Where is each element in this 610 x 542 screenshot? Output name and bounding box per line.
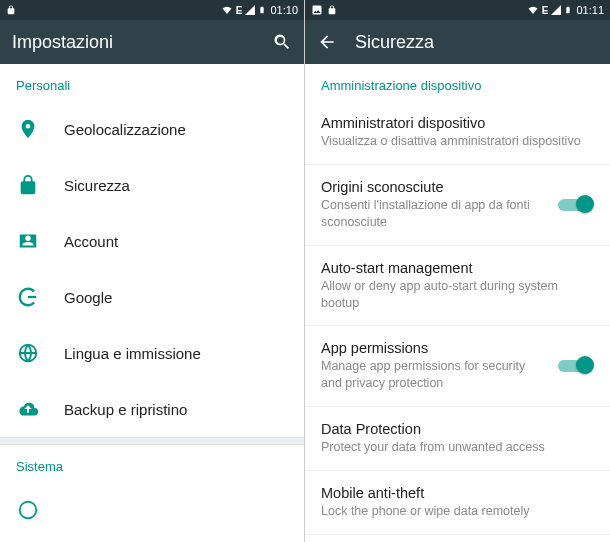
- security-list: Amministrazione dispositivo Amministrato…: [305, 64, 610, 542]
- status-bar: E 01:11: [305, 0, 610, 20]
- section-credential-storage: Archivio credenziali: [305, 535, 610, 542]
- settings-item-placeholder[interactable]: [0, 482, 304, 538]
- account-icon: [16, 229, 40, 253]
- search-icon[interactable]: [272, 32, 292, 52]
- security-item-data-protection[interactable]: Data Protection Protect your data from u…: [305, 407, 610, 471]
- network-type: E: [236, 5, 243, 16]
- location-icon: [16, 117, 40, 141]
- app-bar: Sicurezza: [305, 20, 610, 64]
- toggle-unknown-sources[interactable]: [558, 195, 594, 215]
- settings-screen: E 01:10 Impostazioni Personali: [0, 0, 305, 542]
- settings-item-label: Backup e ripristino: [64, 401, 187, 418]
- security-item-app-permissions[interactable]: App permissions Manage app permissions f…: [305, 326, 610, 407]
- battery-icon: [564, 4, 572, 16]
- settings-item-label: Lingua e immissione: [64, 345, 201, 362]
- item-desc: Protect your data from unwanted access: [321, 439, 594, 456]
- security-screen: E 01:11 Sicurezza Amministrazione dispos…: [305, 0, 610, 542]
- wifi-icon: [526, 4, 540, 16]
- settings-item-location[interactable]: Geolocalizzazione: [0, 101, 304, 157]
- lock-icon: [327, 4, 337, 16]
- item-title: Data Protection: [321, 421, 594, 437]
- back-icon[interactable]: [317, 32, 337, 52]
- item-desc: Lock the phone or wipe data remotely: [321, 503, 594, 520]
- svg-point-1: [20, 502, 37, 519]
- battery-icon: [258, 4, 266, 16]
- clock: 01:10: [270, 4, 298, 16]
- settings-item-label: Google: [64, 289, 112, 306]
- signal-icon: [550, 4, 562, 16]
- clock-icon: [16, 498, 40, 522]
- backup-icon: [16, 397, 40, 421]
- page-title: Impostazioni: [12, 32, 254, 53]
- wifi-icon: [220, 4, 234, 16]
- section-device-admin: Amministrazione dispositivo: [305, 64, 610, 101]
- status-bar: E 01:10: [0, 0, 304, 20]
- settings-item-account[interactable]: Account: [0, 213, 304, 269]
- signal-icon: [244, 4, 256, 16]
- network-type: E: [542, 5, 549, 16]
- settings-item-label: Sicurezza: [64, 177, 130, 194]
- settings-list: Personali Geolocalizzazione Sicurezza Ac…: [0, 64, 304, 542]
- item-title: Amministratori dispositivo: [321, 115, 594, 131]
- item-desc: Manage app permissions for security and …: [321, 358, 546, 392]
- security-item-device-admins[interactable]: Amministratori dispositivo Visualizza o …: [305, 101, 610, 165]
- page-title: Sicurezza: [355, 32, 598, 53]
- item-desc: Consenti l'installazione di app da fonti…: [321, 197, 546, 231]
- item-desc: Allow or deny app auto-start during syst…: [321, 278, 594, 312]
- section-divider: [0, 437, 304, 445]
- settings-item-label: Account: [64, 233, 118, 250]
- item-title: Origini sconosciute: [321, 179, 546, 195]
- clock: 01:11: [576, 4, 604, 16]
- security-item-autostart[interactable]: Auto-start management Allow or deny app …: [305, 246, 610, 327]
- image-icon: [311, 4, 323, 16]
- lock-icon: [16, 173, 40, 197]
- security-item-unknown-sources[interactable]: Origini sconosciute Consenti l'installaz…: [305, 165, 610, 246]
- settings-item-language[interactable]: Lingua e immissione: [0, 325, 304, 381]
- security-item-anti-theft[interactable]: Mobile anti-theft Lock the phone or wipe…: [305, 471, 610, 535]
- lock-icon: [6, 4, 16, 16]
- settings-item-label: Geolocalizzazione: [64, 121, 186, 138]
- item-title: App permissions: [321, 340, 546, 356]
- section-system: Sistema: [0, 445, 304, 482]
- toggle-app-permissions[interactable]: [558, 356, 594, 376]
- section-personal: Personali: [0, 64, 304, 101]
- settings-item-backup[interactable]: Backup e ripristino: [0, 381, 304, 437]
- globe-icon: [16, 341, 40, 365]
- settings-item-security[interactable]: Sicurezza: [0, 157, 304, 213]
- item-desc: Visualizza o disattiva amministratori di…: [321, 133, 594, 150]
- app-bar: Impostazioni: [0, 20, 304, 64]
- item-title: Auto-start management: [321, 260, 594, 276]
- item-title: Mobile anti-theft: [321, 485, 594, 501]
- settings-item-google[interactable]: Google: [0, 269, 304, 325]
- google-icon: [16, 285, 40, 309]
